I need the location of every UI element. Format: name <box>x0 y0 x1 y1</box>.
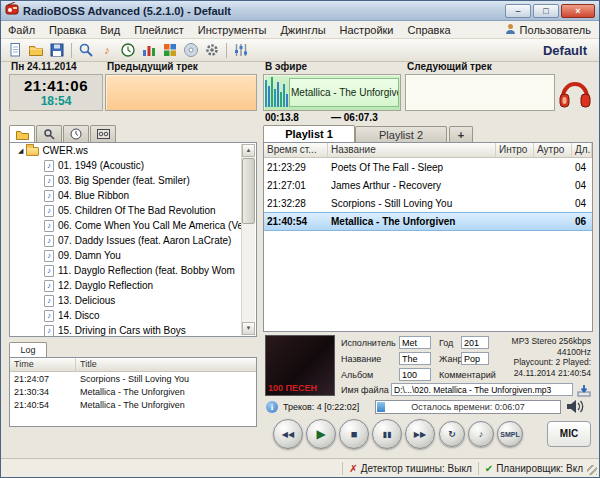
menu-jingles[interactable]: Джинглы <box>273 23 332 37</box>
cross-icon: ✗ <box>349 463 357 474</box>
tree-item[interactable]: ♪12. Dayglo Reflection <box>10 278 256 293</box>
menu-settings[interactable]: Настройки <box>333 23 401 37</box>
previous-button[interactable]: ◀◀ <box>273 419 303 449</box>
next-button[interactable]: ▶▶ <box>405 419 435 449</box>
pause-button[interactable]: ▮▮ <box>372 419 402 449</box>
tab-history[interactable] <box>63 125 89 142</box>
scheduler-clock-icon[interactable] <box>118 41 138 60</box>
title-bar[interactable]: RadioBOSS Advanced (5.2.1.0) - Default –… <box>1 1 599 21</box>
silence-detector-status[interactable]: ✗ Детектор тишины: Выкл <box>349 463 472 474</box>
search-icon[interactable] <box>76 41 96 60</box>
headphones-icon[interactable] <box>557 73 593 115</box>
log-col-time[interactable]: Time <box>10 358 76 371</box>
tab-playlist-1[interactable]: Playlist 1 <box>263 125 355 143</box>
menu-playlist[interactable]: Плейлист <box>127 23 191 37</box>
file-browser-tree[interactable]: ◢ CWER.ws ♪01. 1949 (Acoustic) ♪03. Big … <box>9 142 257 337</box>
jingle-button[interactable]: ♪ <box>468 421 494 447</box>
log-col-title[interactable]: Title <box>76 358 256 371</box>
col-outro[interactable]: Аутро <box>534 143 572 157</box>
minimize-button[interactable]: – <box>505 4 531 18</box>
tree-item[interactable]: ♪06. Come When You Call Me America (Ve <box>10 218 256 233</box>
scroll-up-icon[interactable]: ▲ <box>242 144 255 157</box>
previous-icon: ◀◀ <box>282 430 294 439</box>
app-icon <box>5 2 19 20</box>
log-row[interactable]: 21:40:54Metallica - The Unforgiven <box>10 398 256 411</box>
tree-item[interactable]: ♪14. Disco <box>10 308 256 323</box>
title-value: The <box>399 352 431 365</box>
tree-root-row[interactable]: ◢ CWER.ws <box>10 143 256 158</box>
close-button[interactable]: × <box>561 4 595 18</box>
scroll-down-icon[interactable]: ▼ <box>242 322 255 335</box>
genre-label: Жанр <box>439 354 462 364</box>
mic-button[interactable]: MIC <box>547 421 591 447</box>
log-tab[interactable]: Log <box>9 342 47 357</box>
user-menu[interactable]: Пользователь <box>505 23 599 36</box>
add-playlist-tab[interactable]: + <box>449 126 473 143</box>
tree-item[interactable]: ♪15. Driving in Cars with Boys <box>10 323 256 337</box>
col-start-time[interactable]: Время ст... <box>264 143 328 157</box>
playlist-row[interactable]: 21:23:29 Poets Of The Fall - Sleep 04 <box>264 158 592 176</box>
log-row[interactable]: 21:24:07Scorpions - Still Loving You <box>10 372 256 385</box>
report-chart-icon[interactable] <box>139 41 159 60</box>
tree-scrollbar[interactable]: ▲ ▼ <box>241 144 255 335</box>
tree-item[interactable]: ♪03. Big Spender (feat. Smiler) <box>10 173 256 188</box>
tab-search[interactable] <box>36 125 62 142</box>
sampler-button[interactable]: SMPL <box>497 421 523 447</box>
tree-item-label: 01. 1949 (Acoustic) <box>58 160 144 171</box>
tab-folders[interactable] <box>9 125 35 143</box>
new-playlist-icon[interactable] <box>5 41 25 60</box>
album-art: 100 ПЕСЕН <box>265 335 335 396</box>
menu-tools[interactable]: Инструменты <box>191 23 274 37</box>
scheduler-status[interactable]: ✔ Планировщик: Вкл <box>485 463 583 474</box>
menu-help[interactable]: Справка <box>400 23 457 37</box>
maximize-button[interactable]: □ <box>533 4 559 18</box>
tree-item[interactable]: ♪01. 1949 (Acoustic) <box>10 158 256 173</box>
tree-item[interactable]: ♪13. Delicious <box>10 293 256 308</box>
tab-playlist-2[interactable]: Playlist 2 <box>355 126 447 143</box>
tree-item[interactable]: ♪09. Damn You <box>10 248 256 263</box>
album-label: Альбом <box>341 370 373 380</box>
col-title[interactable]: Название <box>328 143 496 157</box>
open-folder-icon[interactable] <box>26 41 46 60</box>
log-row[interactable]: 21:30:34Metallica - The Unforgiven <box>10 385 256 398</box>
stop-button[interactable]: ■ <box>339 419 369 449</box>
menu-file[interactable]: Файл <box>1 23 42 37</box>
save-icon[interactable] <box>47 41 67 60</box>
tree-item[interactable]: ♪07. Daddy Issues (feat. Aaron LaCrate) <box>10 233 256 248</box>
resize-grip[interactable] <box>587 465 597 475</box>
previous-track-panel[interactable] <box>105 74 257 111</box>
tree-item[interactable]: ♪04. Blue Ribbon <box>10 188 256 203</box>
audio-file-icon: ♪ <box>44 280 54 292</box>
repeat-button[interactable]: ↻ <box>439 421 465 447</box>
expander-icon[interactable]: ◢ <box>18 147 23 155</box>
next-track-label: Следующий трек <box>407 61 492 72</box>
scrollbar-thumb[interactable] <box>242 158 255 224</box>
on-air-panel[interactable]: Metallica - The Unforgiven <box>263 74 401 111</box>
log-title: Metallica - The Unforgiven <box>76 387 256 397</box>
next-track-panel[interactable] <box>405 74 555 111</box>
playlist-row[interactable]: 21:32:28 Scorpions - Still Loving You 04 <box>264 194 592 212</box>
play-button[interactable]: ▶ <box>306 419 336 449</box>
eq-mixer-icon[interactable] <box>231 41 251 60</box>
music-library-icon[interactable]: ♪ <box>97 41 117 60</box>
col-length[interactable]: Дл... <box>572 143 592 157</box>
date-label: Пн 24.11.2014 <box>11 61 77 72</box>
col-intro[interactable]: Интро <box>496 143 534 157</box>
log-time: 21:24:07 <box>10 374 76 384</box>
cart-wall-icon[interactable] <box>160 41 180 60</box>
playcount-line2: 24.11.2014 21:40:54 <box>495 368 591 379</box>
info-icon[interactable]: i <box>266 401 278 413</box>
playlist-row[interactable]: 21:27:01 James Arthur - Recovery 04 <box>264 176 592 194</box>
tree-item[interactable]: ♪11. Dayglo Reflection (feat. Bobby Wom <box>10 263 256 278</box>
settings-gear-icon[interactable] <box>202 41 222 60</box>
log-time: 21:30:34 <box>10 387 76 397</box>
cd-icon[interactable] <box>181 41 201 60</box>
playlist-row-selected[interactable]: 21:40:54 Metallica - The Unforgiven 06 <box>264 212 592 231</box>
menu-edit[interactable]: Правка <box>42 23 93 37</box>
tab-cartwall[interactable] <box>90 125 116 142</box>
track-progress-bar[interactable]: Осталось времени: 0:06:07 <box>375 400 561 414</box>
menu-view[interactable]: Вид <box>93 23 127 37</box>
volume-speaker-icon[interactable] <box>565 399 587 418</box>
tree-item[interactable]: ♪05. Children Of The Bad Revolution <box>10 203 256 218</box>
tree-item-label: 11. Dayglo Reflection (feat. Bobby Wom <box>58 265 235 276</box>
